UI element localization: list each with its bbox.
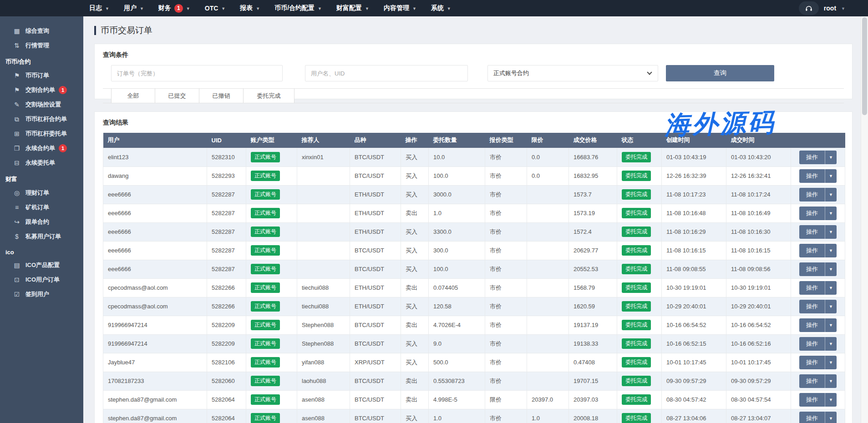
row-action-button[interactable]: 操作▼ [799,337,837,351]
action-button-label[interactable]: 操作 [799,206,825,220]
sidebar-item-9[interactable]: ❐永续合约单1 [0,141,83,156]
cell-status: 委托完成 [617,185,662,204]
row-action-button[interactable]: 操作▼ [799,169,837,183]
cell-side: 买入 [401,148,429,166]
action-button-label[interactable]: 操作 [799,393,825,407]
cell-uid: 5282287 [207,241,246,260]
sidebar-item-4[interactable]: ⚑币币订单 [0,68,83,83]
status-tab-3[interactable]: 已撤销 [199,89,244,103]
row-action-button[interactable]: 操作▼ [799,262,837,276]
row-action-button[interactable]: 操作▼ [799,300,837,313]
chevron-down-icon[interactable]: ▼ [825,356,837,369]
cell-limit-price: 0.0 [527,148,569,166]
cell-dealt-at: 08-27 13:04:07 [726,409,791,423]
sidebar-item-10[interactable]: ⊟永续委托单 [0,156,83,170]
sidebar-item-19[interactable]: ☑签到用户 [0,287,83,302]
nav-menu-7[interactable]: 财富配置▼ [336,4,369,12]
sidebar-item-17[interactable]: ▤ICO产品配置 [0,258,83,272]
headset-icon[interactable] [799,1,819,15]
nav-menu-2[interactable]: 用户▼ [124,4,144,12]
nav-menu-5[interactable]: 报表▼ [240,4,260,12]
row-action-button[interactable]: 操作▼ [799,244,837,257]
nav-menu-8[interactable]: 内容管理▼ [384,4,416,12]
chevron-down-icon[interactable]: ▼ [825,206,837,220]
action-button-label[interactable]: 操作 [799,244,825,257]
sidebar-item-6[interactable]: ✎交割场控设置 [0,97,83,112]
sidebar-item-13[interactable]: ≡矿机订单 [0,200,83,215]
order-id-input[interactable] [111,65,283,81]
action-button-label[interactable]: 操作 [799,300,825,313]
sidebar-item-5[interactable]: ⚑交割合约单1 [0,83,83,97]
row-action-button[interactable]: 操作▼ [799,412,837,423]
nav-menu-4[interactable]: OTC▼ [205,5,225,12]
row-action-button[interactable]: 操作▼ [799,281,837,295]
row-action-button[interactable]: 操作▼ [799,356,837,369]
chevron-down-icon[interactable]: ▼ [825,412,837,423]
action-button-label[interactable]: 操作 [799,225,825,239]
chevron-down-icon[interactable]: ▼ [825,244,837,257]
status-tab-1[interactable]: 全部 [111,89,155,103]
sidebar-item-8[interactable]: ⊞币币杠杆委托单 [0,126,83,141]
top-navigation: 日志▼用户▼财务1▼OTC▼报表▼币币/合约配置▼财富配置▼内容管理▼系统▼ [89,4,451,13]
action-button-label[interactable]: 操作 [799,356,825,369]
user-search-input[interactable] [305,65,468,81]
scrollbar-thumb[interactable] [862,17,867,115]
sidebar-item-2[interactable]: ⇅行情管理 [0,38,83,53]
sidebar-item-12[interactable]: ◎理财订单 [0,186,83,200]
cell-deal-price: 20552.53 [569,260,617,278]
nav-menu-6[interactable]: 币币/合约配置▼ [274,4,322,12]
sidebar-item-18[interactable]: ⊡ICO用户订单 [0,272,83,287]
nav-menu-label: 报表 [240,4,253,12]
chevron-down-icon[interactable]: ▼ [825,393,837,407]
chevron-down-icon[interactable]: ▼ [825,281,837,295]
status-tab-2[interactable]: 已提交 [155,89,199,103]
sidebar-item-14[interactable]: ↪跟单合约 [0,215,83,229]
chevron-down-icon: ▼ [412,6,416,11]
chevron-down-icon[interactable]: ▼ [825,337,837,351]
action-button-label[interactable]: 操作 [799,151,825,164]
chevron-down-icon[interactable]: ▼ [825,300,837,313]
nav-menu-1[interactable]: 日志▼ [89,4,109,12]
table-row: dawang5282293正式账号BTC/USDT买入100.0市价0.0168… [103,166,845,185]
cell-price-type: 市价 [485,278,527,297]
sidebar-item-1[interactable]: ▦综合查询 [0,24,83,38]
account-type-selected-value: 正式账号合约 [493,69,529,77]
row-action-button[interactable]: 操作▼ [799,318,837,332]
row-action-button[interactable]: 操作▼ [799,151,837,164]
action-button-label[interactable]: 操作 [799,262,825,276]
nav-menu-3[interactable]: 财务1▼ [158,4,190,13]
nav-menu-9[interactable]: 系统▼ [431,4,451,12]
sidebar-item-15[interactable]: $私募用户订单 [0,229,83,244]
scrollbar[interactable] [861,16,868,423]
chevron-down-icon[interactable]: ▼ [825,188,837,201]
action-button-label[interactable]: 操作 [799,188,825,201]
coins-icon: ◎ [12,189,21,196]
action-button-label[interactable]: 操作 [799,337,825,351]
row-action-button[interactable]: 操作▼ [799,188,837,201]
action-button-label[interactable]: 操作 [799,374,825,388]
chevron-down-icon[interactable]: ▼ [825,318,837,332]
row-action-button[interactable]: 操作▼ [799,206,837,220]
chevron-down-icon[interactable]: ▼ [825,262,837,276]
action-button-label[interactable]: 操作 [799,281,825,295]
row-action-button[interactable]: 操作▼ [799,393,837,407]
account-type-select[interactable]: 正式账号合约 [487,65,658,81]
chevron-down-icon[interactable]: ▼ [825,225,837,239]
action-button-label[interactable]: 操作 [799,169,825,183]
cell-amount: 4.998E-5 [429,390,485,409]
cell-side: 卖出 [401,390,429,409]
user-menu[interactable]: root ▼ [799,0,845,16]
search-button[interactable]: 查询 [666,65,774,81]
action-button-label[interactable]: 操作 [799,318,825,332]
cell-user: cpecodmass@aol.com [103,278,207,297]
username[interactable]: root [824,5,836,12]
action-button-label[interactable]: 操作 [799,412,825,423]
row-action-button[interactable]: 操作▼ [799,225,837,239]
status-tab-4[interactable]: 委托完成 [244,89,294,103]
row-action-button[interactable]: 操作▼ [799,374,837,388]
column-header: 限价 [527,133,569,148]
chevron-down-icon[interactable]: ▼ [825,151,837,164]
chevron-down-icon[interactable]: ▼ [825,169,837,183]
sidebar-item-7[interactable]: ⧉币币杠杆合约单 [0,112,83,126]
chevron-down-icon[interactable]: ▼ [825,374,837,388]
